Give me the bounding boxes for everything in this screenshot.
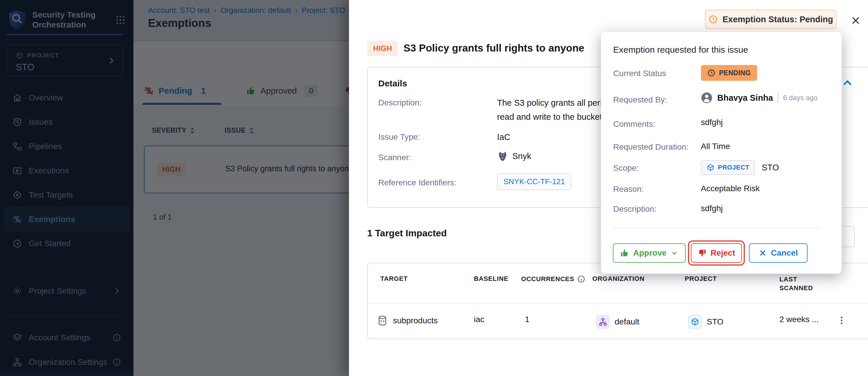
duration-value: All Time bbox=[701, 142, 730, 151]
current-status-label: Current Status bbox=[613, 69, 666, 78]
exemption-status-chip[interactable]: Exemption Status: Pending bbox=[705, 10, 837, 29]
targets-table: TARGET BASELINE OCCURRENCES ORGANIZATION… bbox=[367, 263, 868, 339]
organization-icon bbox=[596, 315, 610, 329]
scope-project-name: STO bbox=[762, 163, 779, 172]
chevron-down-icon bbox=[671, 249, 678, 257]
comments-label: Comments: bbox=[613, 119, 655, 129]
exemption-request-popup: Exemption requested for this issue Curre… bbox=[601, 32, 842, 274]
issue-type-label: Issue Type: bbox=[378, 132, 420, 142]
reject-button[interactable]: Reject bbox=[691, 243, 742, 263]
column-header-project: PROJECT bbox=[685, 275, 717, 282]
description-label: Description: bbox=[378, 98, 422, 107]
snyk-logo-icon bbox=[497, 150, 508, 162]
column-header-last-scanned: LAST SCANNED bbox=[779, 275, 832, 293]
requested-by-value: Bhavya Sinha 6 days ago bbox=[701, 92, 817, 104]
issue-type-value: IaC bbox=[497, 132, 510, 142]
app-root: Security Testing Orchestration PROJE bbox=[0, 0, 868, 376]
project-cube-icon bbox=[707, 164, 714, 171]
divider bbox=[778, 92, 778, 103]
organization-cell: default bbox=[596, 315, 639, 329]
popup-divider bbox=[613, 228, 822, 229]
duration-label: Requested Duration: bbox=[613, 142, 688, 152]
request-age: 6 days ago bbox=[783, 94, 817, 102]
popup-heading: Exemption requested for this issue bbox=[613, 45, 748, 55]
scope-value: PROJECT STO bbox=[701, 160, 779, 175]
project-name: STO bbox=[707, 317, 723, 327]
column-header-organization: ORGANIZATION bbox=[592, 275, 645, 282]
clock-icon bbox=[709, 14, 718, 24]
severity-badge: HIGH bbox=[367, 41, 398, 56]
x-icon bbox=[758, 249, 767, 257]
table-divider bbox=[368, 303, 868, 304]
target-cell: subproducts bbox=[376, 315, 438, 327]
baseline-cell: iac bbox=[474, 315, 485, 324]
scanner-value: Snyk bbox=[497, 150, 531, 162]
cancel-button[interactable]: Cancel bbox=[749, 243, 808, 263]
reason-value: Acceptable Risk bbox=[701, 184, 760, 193]
occurrences-cell: 1 bbox=[525, 315, 530, 324]
description-label: Description: bbox=[613, 204, 657, 214]
target-name: subproducts bbox=[393, 316, 438, 326]
reference-identifiers-label: Reference Identifiers: bbox=[378, 178, 456, 187]
target-container-icon bbox=[376, 315, 388, 327]
column-header-baseline: BASELINE bbox=[474, 275, 508, 282]
column-header-target: TARGET bbox=[380, 275, 408, 282]
clock-icon bbox=[707, 69, 715, 77]
scope-label: Scope: bbox=[613, 163, 639, 173]
column-header-occurrences: OCCURRENCES bbox=[521, 275, 585, 283]
close-icon[interactable] bbox=[849, 14, 862, 27]
reason-label: Reason: bbox=[613, 184, 644, 194]
comments-value: sdfghj bbox=[701, 118, 723, 127]
thumb-up-icon bbox=[620, 249, 629, 258]
scope-project-chip: PROJECT bbox=[701, 160, 755, 175]
requester-name: Bhavya Sinha bbox=[717, 93, 773, 103]
project-cube-icon bbox=[688, 315, 702, 329]
targets-impacted-heading: 1 Target Impacted bbox=[367, 228, 446, 239]
requested-by-label: Requested By: bbox=[613, 95, 667, 105]
reference-id-chip[interactable]: SNYK-CC-TF-121 bbox=[497, 173, 571, 190]
info-icon[interactable] bbox=[577, 275, 585, 283]
details-heading: Details bbox=[378, 78, 407, 89]
organization-name: default bbox=[615, 317, 639, 327]
thumb-down-icon bbox=[698, 249, 706, 258]
pending-status-badge: PENDING bbox=[701, 65, 757, 81]
exemption-status-text: Exemption Status: Pending bbox=[722, 14, 833, 24]
chevron-up-icon[interactable] bbox=[842, 77, 853, 89]
drawer-issue-title: S3 Policy grants full rights to anyone bbox=[403, 42, 584, 54]
project-cell: STO bbox=[688, 315, 723, 329]
approve-button[interactable]: Approve bbox=[613, 243, 686, 263]
row-menu-kebab-icon[interactable] bbox=[835, 312, 848, 328]
last-scanned-cell: 2 weeks ... bbox=[779, 315, 819, 324]
description-value: sdfghj bbox=[701, 204, 723, 213]
avatar-icon bbox=[701, 92, 713, 104]
scanner-label: Scanner: bbox=[378, 153, 411, 162]
reference-chip-wrap: SNYK-CC-TF-121 bbox=[497, 173, 571, 190]
